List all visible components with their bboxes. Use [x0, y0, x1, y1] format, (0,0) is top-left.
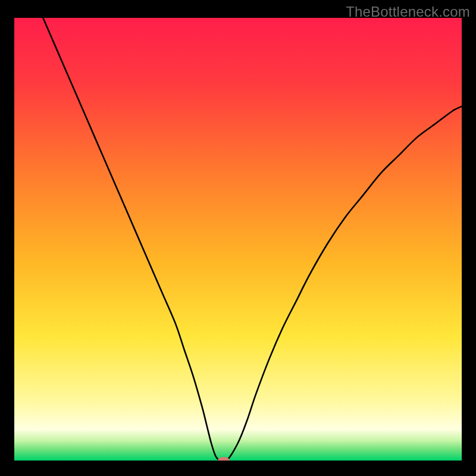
gradient-background	[14, 18, 462, 461]
bottleneck-chart	[0, 0, 476, 476]
minimum-marker	[218, 457, 230, 464]
chart-frame: TheBottleneck.com	[0, 0, 476, 476]
